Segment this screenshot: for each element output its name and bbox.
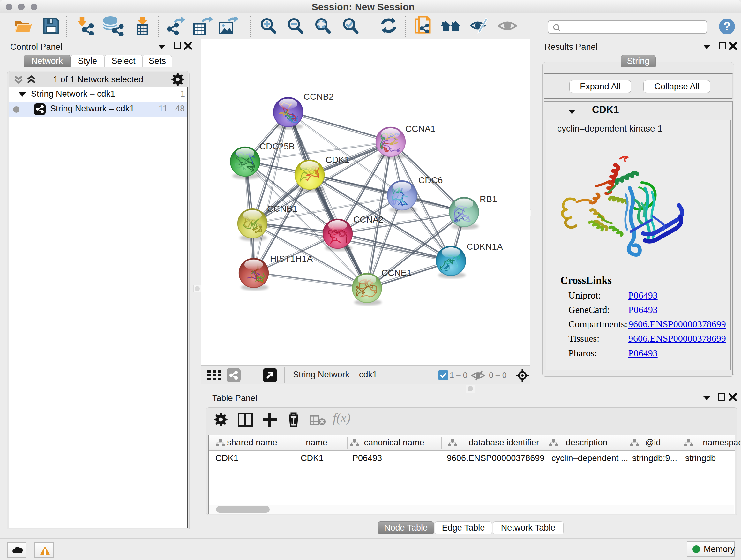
svg-text:CCNA2: CCNA2 <box>353 214 384 225</box>
svg-text:CCNA1: CCNA1 <box>405 124 435 134</box>
svg-text:CDC6: CDC6 <box>418 175 443 185</box>
svg-text:CCNE1: CCNE1 <box>381 268 412 278</box>
svg-text:CCNB1: CCNB1 <box>267 204 297 213</box>
svg-text:RB1: RB1 <box>480 194 497 204</box>
svg-text:CCNB2: CCNB2 <box>304 91 334 102</box>
svg-text:CDC25B: CDC25B <box>259 141 294 151</box>
svg-text:?: ? <box>724 20 731 33</box>
svg-text:CDKN1A: CDKN1A <box>467 242 503 252</box>
svg-text:HIST1H1A: HIST1H1A <box>270 254 313 264</box>
svg-text:CDK1: CDK1 <box>326 155 349 165</box>
